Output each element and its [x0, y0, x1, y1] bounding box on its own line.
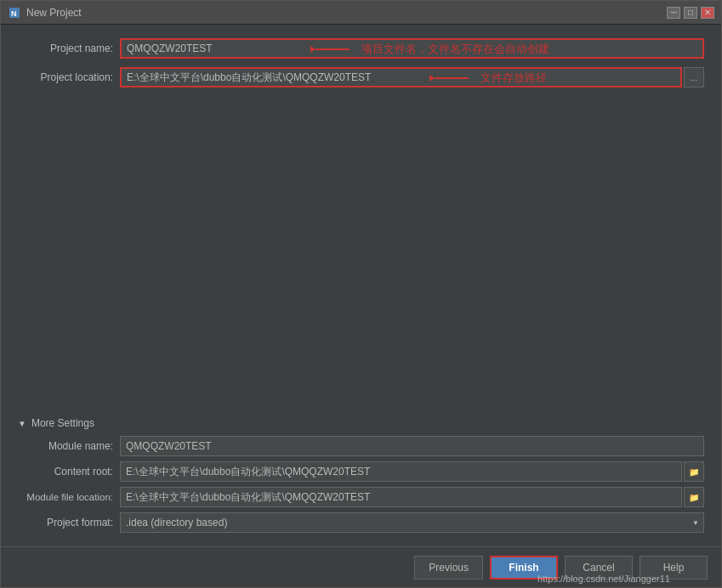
more-settings-label: More Settings — [31, 417, 94, 429]
content-root-label: Content root: — [18, 466, 120, 478]
project-format-label: Project format: — [18, 517, 120, 529]
content-root-row: Content root: 📁 — [18, 461, 704, 482]
folder-icon: 📁 — [689, 467, 699, 477]
close-button[interactable]: ✕ — [701, 7, 714, 19]
project-location-row: Project location: ... 文件存放路径 — [18, 67, 704, 88]
more-settings-section: ▼ More Settings Module name: Content roo… — [18, 417, 704, 533]
project-location-label: Project location: — [18, 71, 120, 83]
module-file-location-input[interactable] — [120, 487, 682, 507]
window-controls: ─ □ ✕ — [667, 7, 714, 19]
project-format-select[interactable]: .idea (directory based) — [120, 512, 704, 533]
content-root-browse-button[interactable]: 📁 — [684, 461, 704, 482]
content-root-input[interactable] — [120, 461, 682, 482]
module-file-browse-button[interactable]: 📁 — [684, 487, 704, 507]
watermark: https://blog.csdn.net/Jiangger11 — [537, 574, 670, 584]
module-name-input[interactable] — [120, 436, 704, 456]
more-settings-header[interactable]: ▼ More Settings — [18, 417, 704, 429]
previous-button[interactable]: Previous — [414, 556, 483, 580]
dialog-title: New Project — [26, 7, 667, 19]
browse-button[interactable]: ... — [684, 67, 704, 88]
maximize-button[interactable]: □ — [684, 7, 697, 19]
spacer — [18, 96, 704, 410]
module-file-location-label: Module file location: — [18, 492, 120, 502]
project-format-select-wrapper: .idea (directory based) — [120, 512, 704, 533]
project-name-label: Project name: — [18, 42, 120, 54]
new-project-dialog: N New Project ─ □ ✕ Project name: 项目文件名，… — [0, 0, 722, 588]
project-location-input[interactable] — [120, 67, 682, 88]
module-name-label: Module name: — [18, 440, 120, 452]
module-file-location-row: Module file location: 📁 — [18, 487, 704, 507]
dialog-icon: N — [8, 6, 21, 20]
dialog-content: Project name: 项目文件名，文件名不存在会自动创建 Project … — [1, 25, 721, 546]
project-name-input[interactable] — [120, 38, 704, 59]
folder-icon-2: 📁 — [689, 493, 699, 502]
expand-triangle-icon: ▼ — [18, 419, 26, 428]
minimize-button[interactable]: ─ — [667, 7, 680, 19]
module-name-row: Module name: — [18, 436, 704, 456]
more-settings-rows: Module name: Content root: 📁 Module file… — [18, 436, 704, 533]
project-name-row: Project name: 项目文件名，文件名不存在会自动创建 — [18, 38, 704, 59]
title-bar: N New Project ─ □ ✕ — [1, 1, 721, 25]
project-format-row: Project format: .idea (directory based) — [18, 512, 704, 533]
svg-text:N: N — [11, 9, 17, 18]
